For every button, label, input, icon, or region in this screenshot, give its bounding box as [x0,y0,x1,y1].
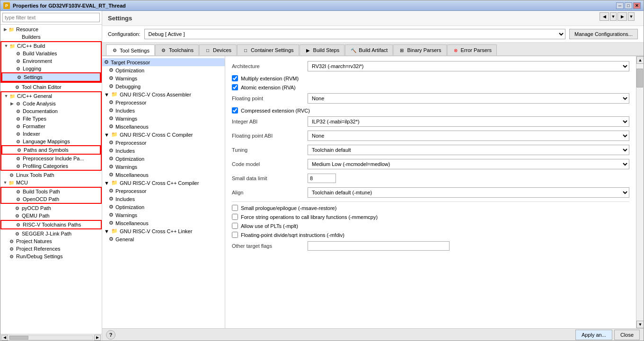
other-flags-input[interactable] [308,241,450,251]
right-tree-misc3[interactable]: ⚙ Miscellaneous [102,219,225,227]
help-button[interactable]: ? [106,330,115,340]
integer-abi-select[interactable]: ILP32 (-mabi=ilp32*) [308,116,629,127]
right-tree-warnings2[interactable]: ⚙ Warnings [102,163,225,171]
nav-down-button[interactable]: ▼ [610,12,617,21]
right-tree-debugging[interactable]: ⚙ Debugging [102,82,225,90]
tree-item-mcu[interactable]: ▼ 📁 MCU [0,179,102,186]
right-tree-gnu-cpp-compiler[interactable]: ▼ 📁 GNU RISC-V Cross C++ Compiler [102,179,225,187]
scroll-left-button[interactable]: ◀ [1,335,8,341]
right-tree-misc1[interactable]: ⚙ Miscellaneous [102,122,225,131]
right-tree-optimization3[interactable]: ⚙ Optimization [102,203,225,211]
tree-item-build-tools-path[interactable]: ⚙ Build Tools Path [1,188,101,195]
apply-button[interactable]: Apply an... [575,330,612,340]
tree-item-logging[interactable]: ⚙ Logging [1,65,101,72]
scroll-up-button[interactable]: ▲ [636,56,644,64]
tab-build-steps[interactable]: ▶ Build Steps [300,44,345,55]
small-data-input[interactable] [308,174,336,183]
tree-item-toolchain-editor[interactable]: ⚙ Tool Chain Editor [0,83,102,91]
tab-devices[interactable]: □ Devices [199,44,237,55]
nav-back-button[interactable]: ◀ [600,12,609,21]
tab-build-artifact[interactable]: 🔨 Build Artifact [345,44,393,55]
floating-point-select[interactable]: None [308,93,629,104]
tree-item-file-types[interactable]: ⚙ File Types [1,115,101,122]
tree-item-resource[interactable]: ▶ 📁 Resource [0,26,102,33]
right-tree-misc2[interactable]: ⚙ Miscellaneous [102,171,225,179]
scroll-right-button[interactable]: ▶ [94,335,101,341]
manage-configurations-button[interactable]: Manage Configurations... [569,29,638,39]
tree-item-segger[interactable]: ⚙ SEGGER J-Link Path [0,230,102,237]
right-tree-includes3[interactable]: ⚙ Includes [102,195,225,203]
right-tree-optimization[interactable]: ⚙ Optimization [102,66,225,74]
small-prolog-checkbox[interactable] [232,205,238,211]
warnings-icon: ⚙ [109,75,115,81]
right-tree-gnu-linker[interactable]: ▼ 📁 GNU RISC-V Cross C++ Linker [102,227,225,235]
right-tree-label-optimization: Optimization [115,68,144,73]
config-select[interactable]: Debug [ Active ] [144,29,566,39]
right-tree-preprocessor1[interactable]: ⚙ Preprocessor [102,98,225,106]
right-tree-label-general-linker: General [115,236,134,242]
tree-item-preprocessor-include[interactable]: ⚙ Preprocessor Include Pa... [1,155,101,162]
tree-item-project-natures[interactable]: ⚙ Project Natures [0,237,102,245]
right-tree-preprocessor2[interactable]: ⚙ Preprocessor [102,139,225,147]
nav-down2-button[interactable]: ▼ [628,12,635,21]
tab-toolchains[interactable]: ⚙ Toolchains [155,44,199,55]
tree-item-build-vars[interactable]: ⚙ Build Variables [1,50,101,57]
right-tree-general-linker[interactable]: ⚙ General [102,235,225,243]
minimize-button[interactable]: ─ [616,2,624,9]
tree-item-cc-build[interactable]: ▼ 📁 C/C++ Build [1,42,101,50]
maximize-button[interactable]: □ [625,2,632,9]
tree-item-riscv-toolchains[interactable]: ⚙ RISC-V Toolchains Paths [1,221,101,228]
close-button[interactable]: ✕ [633,2,641,9]
tab-tool-settings[interactable]: ⚙ Tool Settings [106,44,155,56]
align-select[interactable]: Toolchain default (-mtune) [308,187,629,198]
right-tree-includes2[interactable]: ⚙ Includes [102,147,225,155]
allow-plts-checkbox[interactable] [232,223,238,229]
tree-item-builders[interactable]: Builders [0,33,102,41]
tuning-select[interactable]: Toolchain default [308,145,629,155]
tree-item-pyocd-path[interactable]: ⚙ pyOCD Path [0,204,102,212]
right-tree-warnings3[interactable]: ⚙ Warnings [102,211,225,219]
tree-item-paths-symbols[interactable]: ⚙ Paths and Symbols [1,145,101,155]
tree-item-cc-general[interactable]: ▼ 📁 C/C++ General [1,92,101,100]
tab-binary-parsers[interactable]: ⊞ Binary Parsers [393,44,446,55]
multiply-checkbox[interactable] [232,75,238,81]
architecture-select[interactable]: RV32I (-march=rv32i*) [308,61,629,71]
tree-item-run-debug[interactable]: ⚙ Run/Debug Settings [0,253,102,260]
fp-divide-checkbox[interactable] [232,232,238,238]
tab-error-parsers[interactable]: ⊗ Error Parsers [447,44,497,55]
right-tree-warnings[interactable]: ⚙ Warnings [102,74,225,82]
tree-item-qemu-path[interactable]: ⚙ QEMU Path [0,212,102,219]
right-tree-includes1[interactable]: ⚙ Includes [102,106,225,114]
tree-item-indexer[interactable]: ⚙ Indexer [1,130,101,138]
tree-item-documentation[interactable]: ⚙ Documentation [1,107,101,115]
right-tree-target-processor[interactable]: ⚙ Target Processor [102,58,225,66]
right-tree-warnings1[interactable]: ⚙ Warnings [102,114,225,122]
tree-item-formatter[interactable]: ⚙ Formatter [1,122,101,130]
tab-container-settings[interactable]: □ Container Settings [237,44,299,55]
spacer [8,213,14,219]
right-tree-optimization2[interactable]: ⚙ Optimization [102,155,225,163]
right-tree-gnu-assembler[interactable]: ▼ 📁 GNU RISC-V Cross Assembler [102,90,225,98]
atomic-checkbox[interactable] [232,84,238,90]
tree-item-code-analysis[interactable]: ▶ ⚙ Code Analysis [1,100,101,107]
floating-point-abi-select[interactable]: None [308,131,629,141]
tree-item-profiling-categories[interactable]: ⚙ Profiling Categories [1,162,101,170]
tree-item-environment[interactable]: ⚙ Environment [1,57,101,65]
close-button-bottom[interactable]: Close [614,330,640,340]
filter-input[interactable] [2,13,100,22]
tree-item-openocd-path[interactable]: ⚙ OpenOCD Path [1,195,101,203]
nav-forward-button[interactable]: ▶ [618,12,627,21]
tree-item-linux-tools[interactable]: ⚙ Linux Tools Path [0,171,102,179]
code-model-select[interactable]: Medium Low (-mcmodel=medlow) [308,159,629,169]
scroll-track[interactable] [636,64,644,321]
tree-item-language-mappings[interactable]: ⚙ Language Mappings [1,138,101,145]
tree-item-project-references[interactable]: ⚙ Project References [0,245,102,253]
tuning-row: Tuning Toolchain default [232,145,629,155]
right-tree-gnu-c-compiler[interactable]: ▼ 📁 GNU RISC-V Cross C Compiler [102,131,225,139]
right-tree-preprocessor3[interactable]: ⚙ Preprocessor [102,187,225,195]
tree-item-settings[interactable]: ⚙ Settings [1,72,101,82]
scroll-down-button[interactable]: ▼ [636,321,644,328]
compressed-checkbox[interactable] [232,107,238,114]
horizontal-scrollbar[interactable] [9,335,93,340]
force-string-checkbox[interactable] [232,214,238,220]
